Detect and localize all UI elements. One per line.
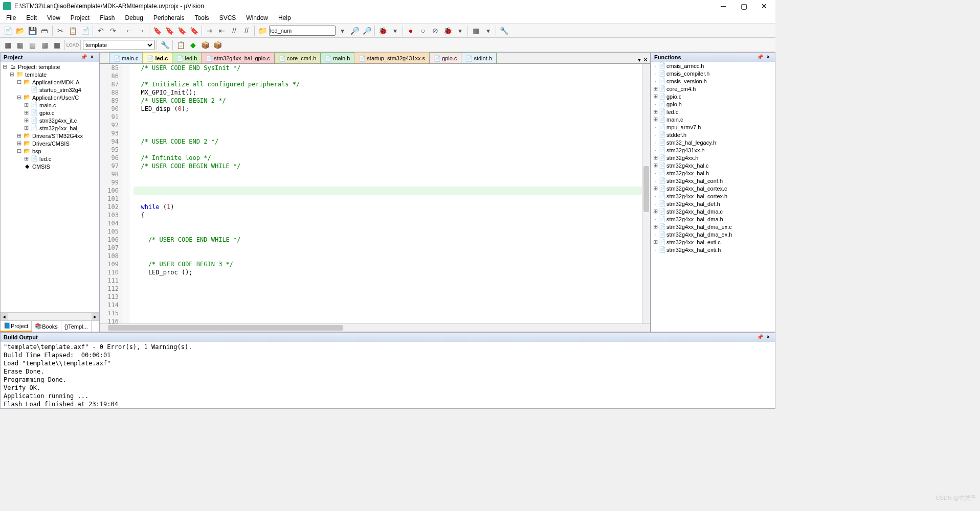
function-file-item[interactable]: ·📄stm32g4xx_hal_def.h (651, 200, 775, 207)
bookmark-clear-button[interactable]: 🔖 (188, 25, 199, 36)
function-file-item[interactable]: ·📄stm32g4xx_hal_dma_ex.h (651, 230, 775, 238)
function-file-item[interactable]: ⊞📄led.c (651, 108, 775, 115)
project-tree-item[interactable]: ⊞📂Drivers/CMSIS (2, 140, 98, 147)
manage-rte-button[interactable]: ◆ (187, 39, 198, 51)
tree-toggle-icon[interactable]: ⊞ (23, 125, 29, 131)
project-tree-item[interactable]: ⊞📄stm32g4xx_hal_ (2, 124, 98, 132)
code-editor[interactable]: /* USER CODE END SysInit */ /* Initializ… (129, 64, 642, 323)
translate-button[interactable]: ▦ (2, 39, 13, 51)
tree-toggle-icon[interactable]: · (652, 124, 658, 130)
function-file-item[interactable]: ⊞📄stm32g4xx_hal_dma.c (651, 207, 775, 215)
tree-toggle-icon[interactable]: ⊞ (652, 223, 658, 230)
file-tab[interactable]: 📄led.c (142, 52, 172, 63)
file-tab[interactable]: 📄led.h (172, 52, 202, 63)
file-tab[interactable]: 📄core_cm4.h (274, 52, 321, 63)
panel-pin-button[interactable]: 📌 (756, 334, 764, 341)
search-dd-button[interactable]: ▾ (337, 25, 348, 36)
bookmark-button[interactable]: 🔖 (151, 25, 163, 36)
tree-toggle-icon[interactable]: · (652, 231, 658, 238)
tree-toggle-icon[interactable]: ⊞ (652, 154, 658, 161)
tree-toggle-icon[interactable]: ⊞ (16, 132, 22, 139)
tree-toggle-icon[interactable]: · (652, 101, 658, 107)
project-tree-item[interactable]: ⊞📂Drivers/STM32G4xx (2, 132, 98, 140)
tree-toggle-icon[interactable]: · (652, 78, 658, 84)
manage-project-button[interactable]: 📋 (175, 39, 186, 51)
project-tree-item[interactable]: ⊟📁template (2, 71, 98, 78)
tree-toggle-icon[interactable]: ⊞ (652, 93, 658, 100)
bookmark-prev-button[interactable]: 🔖 (164, 25, 175, 36)
function-file-item[interactable]: ·📄cmsis_version.h (651, 77, 775, 85)
function-file-item[interactable]: ·📄cmsis_compiler.h (651, 69, 775, 77)
tree-toggle-icon[interactable]: · (652, 71, 658, 77)
tree-toggle-icon[interactable]: ⊟ (16, 79, 22, 85)
menu-flash[interactable]: Flash (95, 13, 120, 22)
save-all-button[interactable]: 🗃 (39, 25, 50, 36)
project-tree-item[interactable]: ⊞📄main.c (2, 101, 98, 109)
project-tree-item[interactable]: ⊟🗂Project: template (2, 63, 98, 71)
debug-button[interactable]: 🐞 (377, 25, 388, 36)
tree-toggle-icon[interactable]: ⊞ (16, 140, 22, 147)
breakpoint-kill-button[interactable]: 🐞 (442, 25, 453, 36)
fold-column[interactable] (122, 64, 129, 323)
uncomment-button[interactable]: // (241, 25, 252, 36)
close-button[interactable]: ✕ (758, 2, 770, 10)
function-file-item[interactable]: ·📄gpio.h (651, 100, 775, 108)
save-button[interactable]: 💾 (27, 25, 38, 36)
project-hscroll[interactable]: ◄ ► (1, 312, 99, 320)
panel-close-button[interactable]: × (765, 54, 772, 61)
tree-toggle-icon[interactable]: ⊞ (23, 155, 29, 162)
file-tab[interactable]: 📄gpio.c (429, 52, 461, 63)
batch-build-button[interactable]: ▦ (39, 39, 50, 51)
menu-view[interactable]: View (42, 13, 65, 22)
function-file-item[interactable]: ⊞📄stm32g4xx_hal_cortex.c (651, 184, 775, 192)
file-tab[interactable]: 📄startup_stm32g431xx.s (354, 52, 430, 63)
comment-button[interactable]: // (229, 25, 240, 36)
project-tree-item[interactable]: ⊞📄led.c (2, 155, 98, 162)
stop-build-button[interactable]: ▦ (51, 39, 62, 51)
tree-toggle-icon[interactable]: · (652, 170, 658, 176)
debug-dd-button[interactable]: ▾ (389, 25, 400, 36)
panel-close-button[interactable]: × (88, 54, 96, 61)
tree-toggle-icon[interactable]: ⊞ (23, 102, 29, 108)
project-tree-item[interactable]: ⊟📂Application/MDK-A (2, 78, 98, 86)
tree-toggle-icon[interactable]: ⊞ (652, 85, 658, 92)
function-file-item[interactable]: ·📄stm32g4xx_hal_conf.h (651, 177, 775, 184)
editor-hscroll[interactable] (100, 323, 650, 332)
menu-peripherals[interactable]: Peripherals (148, 13, 190, 22)
project-tab-books[interactable]: 📚 Books (32, 321, 61, 332)
tree-toggle-icon[interactable]: ⊟ (2, 63, 8, 70)
menu-tools[interactable]: Tools (190, 13, 214, 22)
maximize-button[interactable]: ▢ (738, 2, 750, 10)
breakpoint-enable-button[interactable]: ○ (417, 25, 429, 36)
tree-toggle-icon[interactable]: · (652, 140, 658, 146)
cut-button[interactable]: ✂ (55, 25, 66, 36)
breakpoint-dd-button[interactable]: ▾ (454, 25, 465, 36)
function-file-item[interactable]: ⊞📄gpio.c (651, 92, 775, 100)
project-tree-item[interactable]: ⊞📄stm32g4xx_it.c (2, 117, 98, 124)
function-file-item[interactable]: ·📄mpu_armv7.h (651, 123, 775, 131)
open-file-button[interactable]: 📂 (14, 25, 26, 36)
file-tab[interactable]: 📄main.c (109, 52, 143, 63)
redo-button[interactable]: ↷ (107, 25, 119, 36)
menu-help[interactable]: Help (273, 13, 296, 22)
panel-close-button[interactable]: × (765, 334, 772, 341)
file-tab[interactable]: 📄stm32g4xx_hal_gpio.c (201, 52, 274, 63)
menu-debug[interactable]: Debug (120, 13, 148, 22)
scroll-left-button[interactable]: ◄ (1, 313, 8, 320)
outdent-button[interactable]: ⇤ (216, 25, 228, 36)
function-file-item[interactable]: ⊞📄core_cm4.h (651, 85, 775, 92)
breakpoint-insert-button[interactable]: ● (405, 25, 416, 36)
function-file-item[interactable]: ·📄stddef.h (651, 131, 775, 138)
pack-installer-button[interactable]: 📦 (212, 39, 223, 51)
tab-close-button[interactable]: ✕ (643, 56, 648, 63)
menu-project[interactable]: Project (65, 13, 95, 22)
function-file-item[interactable]: ·📄stm32g4xx_hal.h (651, 169, 775, 177)
search-input[interactable] (269, 26, 336, 36)
nav-back-button[interactable]: ← (123, 25, 135, 36)
minimize-button[interactable]: ─ (717, 2, 729, 10)
target-select[interactable]: template (83, 40, 154, 50)
select-packs-button[interactable]: 📦 (199, 39, 211, 51)
function-file-item[interactable]: ·📄stm32g431xx.h (651, 146, 775, 154)
breakpoint-disable-button[interactable]: ⊘ (430, 25, 441, 36)
menu-svcs[interactable]: SVCS (214, 13, 241, 22)
